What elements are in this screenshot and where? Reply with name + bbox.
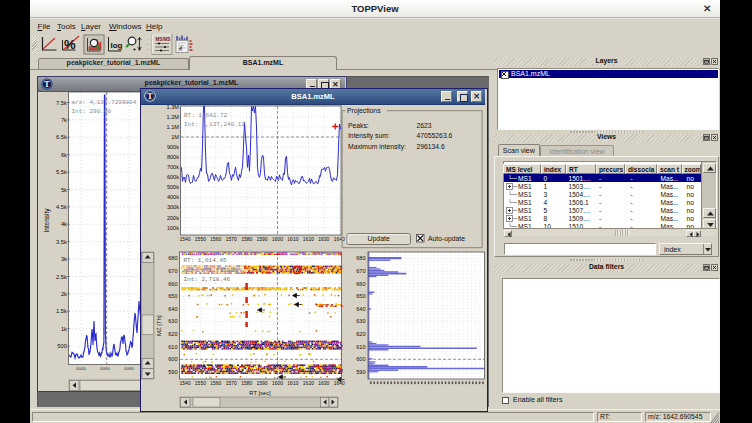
svg-text:500: 500 bbox=[57, 343, 67, 349]
svg-text:1630: 1630 bbox=[318, 237, 329, 243]
svg-text:log: log bbox=[111, 41, 123, 50]
svg-text:4080: 4080 bbox=[124, 366, 134, 371]
svg-text:6k: 6k bbox=[61, 152, 67, 158]
svg-text:Int: 1,137,240.12: Int: 1,137,240.12 bbox=[184, 122, 245, 129]
svg-text:7k: 7k bbox=[61, 117, 67, 123]
svg-text:650: 650 bbox=[168, 293, 177, 299]
svg-text:1590: 1590 bbox=[257, 380, 268, 386]
svg-text:640: 640 bbox=[168, 306, 177, 312]
svg-text:590: 590 bbox=[168, 369, 177, 375]
svg-text:5.5k: 5.5k bbox=[56, 169, 67, 175]
svg-text:3k: 3k bbox=[61, 256, 67, 262]
svg-text:1540: 1540 bbox=[179, 380, 190, 386]
svg-text:1k: 1k bbox=[61, 326, 67, 332]
svg-text:4060: 4060 bbox=[100, 366, 110, 371]
svg-text:670: 670 bbox=[356, 268, 365, 274]
svg-text:200k: 200k bbox=[167, 215, 179, 221]
svg-text:47055263.6: 47055263.6 bbox=[416, 133, 452, 140]
svg-text:1640: 1640 bbox=[334, 237, 345, 243]
svg-text:2.5k: 2.5k bbox=[56, 274, 67, 280]
svg-text:1610: 1610 bbox=[287, 380, 298, 386]
svg-text:1620: 1620 bbox=[303, 237, 314, 243]
svg-text:7.5k: 7.5k bbox=[56, 100, 67, 106]
svg-text:1.5k: 1.5k bbox=[56, 308, 67, 314]
svg-text:3.5k: 3.5k bbox=[56, 239, 67, 245]
svg-text:500k: 500k bbox=[167, 184, 179, 190]
svg-text:1610: 1610 bbox=[287, 237, 298, 243]
svg-text:4040: 4040 bbox=[76, 366, 86, 371]
svg-text:1560: 1560 bbox=[210, 237, 221, 243]
svg-text:4.5k: 4.5k bbox=[56, 204, 67, 210]
svg-text:4k: 4k bbox=[61, 221, 67, 227]
svg-text:Peaks:: Peaks: bbox=[348, 122, 369, 129]
svg-text:5k: 5k bbox=[61, 187, 67, 193]
svg-text:◢: ◢ bbox=[178, 44, 182, 50]
svg-text:1.3M: 1.3M bbox=[167, 105, 180, 111]
svg-text:2k: 2k bbox=[61, 291, 67, 297]
svg-text:1570: 1570 bbox=[226, 237, 237, 243]
svg-text:630: 630 bbox=[168, 318, 177, 324]
svg-text:1540: 1540 bbox=[179, 237, 190, 243]
svg-text:1550: 1550 bbox=[195, 380, 206, 386]
svg-text:m/z: 671.715089: m/z: 671.715089 bbox=[183, 267, 237, 274]
svg-text:1.2M: 1.2M bbox=[167, 114, 180, 120]
svg-text:Int: 290.00: Int: 290.00 bbox=[72, 108, 112, 115]
svg-text:1600: 1600 bbox=[272, 380, 283, 386]
svg-text:Int: 2,718.46: Int: 2,718.46 bbox=[183, 276, 230, 283]
svg-text:1570: 1570 bbox=[226, 380, 237, 386]
svg-text:650: 650 bbox=[356, 293, 365, 299]
svg-text:600: 600 bbox=[356, 356, 365, 362]
svg-text:1630: 1630 bbox=[318, 380, 329, 386]
svg-text:100k: 100k bbox=[167, 225, 179, 231]
svg-text:1580: 1580 bbox=[241, 380, 252, 386]
svg-text:680: 680 bbox=[356, 255, 365, 261]
svg-text:2623: 2623 bbox=[416, 122, 431, 129]
svg-text:300k: 300k bbox=[167, 205, 179, 211]
svg-text:Projections: Projections bbox=[347, 107, 381, 115]
svg-text:610: 610 bbox=[168, 344, 177, 350]
svg-text:1.1M: 1.1M bbox=[167, 124, 180, 130]
svg-text:RT: 1,614.45: RT: 1,614.45 bbox=[183, 257, 227, 264]
svg-text:670: 670 bbox=[168, 268, 177, 274]
svg-text:590: 590 bbox=[356, 369, 365, 375]
svg-text:620: 620 bbox=[356, 331, 365, 337]
svg-text:630: 630 bbox=[356, 318, 365, 324]
svg-text:Auto-update: Auto-update bbox=[428, 236, 465, 244]
svg-text:610: 610 bbox=[356, 344, 365, 350]
svg-text:MS/MS: MS/MS bbox=[156, 37, 171, 42]
svg-text:Update: Update bbox=[367, 236, 390, 244]
svg-text:1620: 1620 bbox=[303, 380, 314, 386]
svg-text:1600: 1600 bbox=[272, 237, 283, 243]
svg-text:800k: 800k bbox=[167, 154, 179, 160]
svg-text:1560: 1560 bbox=[210, 380, 221, 386]
svg-text:m/z: 4,137.7299804: m/z: 4,137.7299804 bbox=[72, 99, 137, 106]
svg-text:640: 640 bbox=[356, 306, 365, 312]
svg-text:660: 660 bbox=[356, 281, 365, 287]
svg-text:Maximum intensity:: Maximum intensity: bbox=[348, 143, 406, 151]
svg-text:620: 620 bbox=[168, 331, 177, 337]
svg-text:RT: 1,642.72: RT: 1,642.72 bbox=[184, 113, 228, 120]
svg-text:600k: 600k bbox=[167, 174, 179, 180]
svg-text:660: 660 bbox=[168, 281, 177, 287]
svg-text:1590: 1590 bbox=[257, 237, 268, 243]
svg-text:1640: 1640 bbox=[334, 380, 345, 386]
svg-text:RT [sec]: RT [sec] bbox=[249, 390, 271, 396]
svg-text:1550: 1550 bbox=[195, 237, 206, 243]
svg-text:900k: 900k bbox=[167, 144, 179, 150]
svg-text:1580: 1580 bbox=[241, 237, 252, 243]
svg-text:680: 680 bbox=[168, 255, 177, 261]
svg-text:Intensity sum:: Intensity sum: bbox=[348, 133, 390, 141]
svg-text:296134.6: 296134.6 bbox=[416, 143, 445, 150]
svg-text:1M: 1M bbox=[171, 134, 179, 140]
svg-text:6.5k: 6.5k bbox=[56, 134, 67, 140]
svg-text:400k: 400k bbox=[167, 195, 179, 201]
svg-text:%: % bbox=[64, 37, 76, 52]
svg-text:700k: 700k bbox=[167, 164, 179, 170]
svg-text:600: 600 bbox=[168, 356, 177, 362]
